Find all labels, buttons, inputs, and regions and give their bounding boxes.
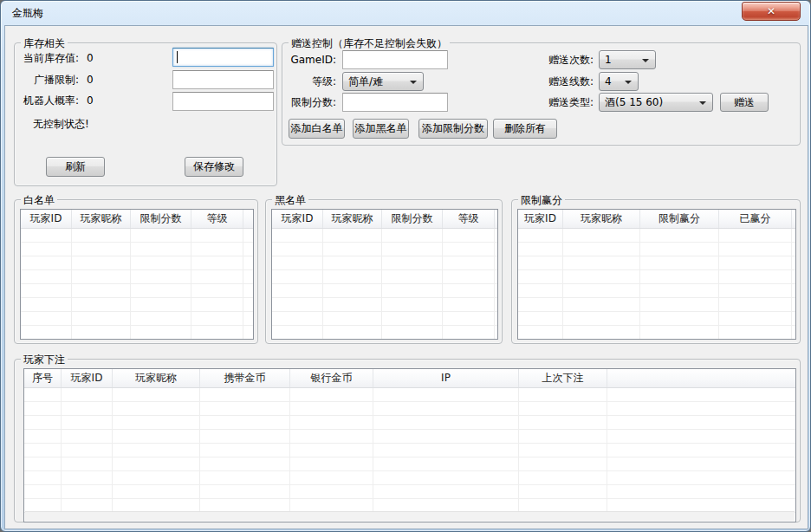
table-cell bbox=[443, 229, 495, 242]
table-cell bbox=[519, 388, 607, 401]
gift-times-select[interactable]: 1 bbox=[599, 50, 656, 69]
table-cell bbox=[200, 444, 290, 457]
column-header[interactable]: 玩家ID bbox=[272, 210, 323, 228]
table-row bbox=[518, 270, 795, 284]
table-cell bbox=[290, 485, 373, 498]
table-cell bbox=[113, 499, 200, 512]
table-cell bbox=[272, 270, 323, 283]
column-header-filler bbox=[243, 210, 253, 228]
table-cell bbox=[62, 457, 113, 470]
blacklist-group-title: 黑名单 bbox=[272, 193, 308, 207]
column-header[interactable]: 等级 bbox=[443, 210, 495, 228]
table-cell bbox=[62, 444, 113, 457]
column-header[interactable]: 银行金币 bbox=[290, 369, 373, 387]
table-cell bbox=[113, 457, 200, 470]
limit-win-group-title: 限制赢分 bbox=[518, 193, 565, 207]
robot-probability-value: 0 bbox=[87, 94, 94, 107]
table-row bbox=[24, 471, 795, 485]
table-cell bbox=[191, 270, 243, 283]
table-cell bbox=[563, 312, 640, 325]
table-row bbox=[24, 430, 795, 444]
app-window: 金瓶梅 ✕ 库存相关 当前库存值: 0 广播限制: 0 机器人概率: 0 无控制… bbox=[0, 0, 811, 532]
table-cell bbox=[640, 284, 719, 297]
table-cell bbox=[113, 388, 200, 401]
table-cell bbox=[21, 270, 72, 283]
current-stock-input[interactable] bbox=[172, 48, 274, 67]
column-header[interactable]: 限制分数 bbox=[131, 210, 191, 228]
table-cell bbox=[563, 229, 640, 242]
column-header[interactable]: 已赢分 bbox=[719, 210, 792, 228]
blacklist-table: 玩家ID玩家昵称限制分数等级 bbox=[271, 209, 498, 340]
table-cell bbox=[24, 402, 62, 415]
save-changes-button[interactable]: 保存修改 bbox=[185, 157, 243, 177]
column-header[interactable]: 等级 bbox=[191, 210, 243, 228]
level-label: 等级: bbox=[289, 75, 336, 88]
table-cell bbox=[323, 229, 382, 242]
table-row bbox=[21, 326, 253, 340]
close-button[interactable]: ✕ bbox=[742, 2, 801, 21]
text-caret bbox=[177, 51, 178, 63]
add-limit-score-button[interactable]: 添加限制分数 bbox=[418, 119, 488, 139]
gift-lines-label: 赠送线数: bbox=[521, 75, 594, 88]
column-header[interactable]: 玩家昵称 bbox=[323, 210, 382, 228]
table-cell bbox=[24, 416, 62, 429]
table-row bbox=[518, 284, 795, 298]
table-row bbox=[21, 270, 253, 284]
table-cell bbox=[191, 284, 243, 297]
add-whitelist-button[interactable]: 添加白名单 bbox=[289, 119, 345, 139]
column-header[interactable]: 玩家ID bbox=[21, 210, 72, 228]
add-blacklist-button[interactable]: 添加黑名单 bbox=[353, 119, 409, 139]
table-cell bbox=[323, 312, 382, 325]
column-header[interactable]: 玩家昵称 bbox=[563, 210, 640, 228]
table-cell bbox=[518, 312, 563, 325]
column-header[interactable]: 限制赢分 bbox=[640, 210, 719, 228]
column-header[interactable]: 携带金币 bbox=[200, 369, 290, 387]
table-cell bbox=[272, 284, 323, 297]
column-header[interactable]: 限制分数 bbox=[382, 210, 443, 228]
column-header[interactable]: 玩家ID bbox=[62, 369, 113, 387]
table-row bbox=[21, 284, 253, 298]
level-select[interactable]: 简单/难 bbox=[342, 72, 424, 91]
table-cell bbox=[382, 298, 443, 311]
player-bets-table: 序号玩家ID玩家昵称携带金币银行金币IP上次下注 bbox=[23, 368, 796, 522]
send-gift-button[interactable]: 赠送 bbox=[720, 93, 769, 112]
table-cell bbox=[290, 430, 373, 443]
column-header[interactable]: 上次下注 bbox=[519, 369, 607, 387]
table-cell bbox=[272, 256, 323, 269]
client-area: 库存相关 当前库存值: 0 广播限制: 0 机器人概率: 0 无控制状态! 刷新… bbox=[4, 25, 808, 529]
table-header: 玩家ID玩家昵称限制分数等级 bbox=[272, 210, 497, 229]
table-cell bbox=[24, 444, 62, 457]
table-cell bbox=[21, 312, 72, 325]
broadcast-limit-input[interactable] bbox=[172, 70, 274, 89]
title-bar[interactable]: 金瓶梅 ✕ bbox=[1, 1, 810, 25]
table-cell bbox=[21, 243, 72, 256]
gift-type-label: 赠送类型: bbox=[521, 95, 594, 109]
table-cell bbox=[719, 298, 792, 311]
limit-score-input[interactable] bbox=[342, 93, 448, 112]
table-cell bbox=[519, 402, 607, 415]
gift-lines-select[interactable]: 4 bbox=[599, 72, 639, 91]
table-cell bbox=[290, 388, 373, 401]
table-cell bbox=[113, 485, 200, 498]
robot-probability-input[interactable] bbox=[172, 92, 274, 111]
column-header[interactable]: 玩家昵称 bbox=[72, 210, 131, 228]
horizontal-scrollbar[interactable] bbox=[25, 511, 795, 521]
table-cell bbox=[62, 499, 113, 512]
table-cell bbox=[272, 298, 323, 311]
game-id-input[interactable] bbox=[342, 50, 448, 69]
column-header[interactable]: 玩家ID bbox=[518, 210, 563, 228]
column-header[interactable]: IP bbox=[373, 369, 519, 387]
table-cell bbox=[131, 229, 191, 242]
gift-type-select[interactable]: 酒(5 15 60) bbox=[599, 93, 713, 112]
table-cell bbox=[373, 499, 519, 512]
delete-all-button[interactable]: 删除所有 bbox=[493, 119, 557, 139]
player-bets-group: 玩家下注 序号玩家ID玩家昵称携带金币银行金币IP上次下注 bbox=[14, 359, 801, 522]
column-header[interactable]: 序号 bbox=[24, 369, 62, 387]
table-cell bbox=[200, 388, 290, 401]
gift-control-group: 赠送控制（库存不足控制会失败） GameID: 等级: 简单/难 限制分数: 赠… bbox=[282, 42, 801, 146]
table-cell bbox=[382, 270, 443, 283]
table-row bbox=[272, 298, 497, 312]
column-header[interactable]: 玩家昵称 bbox=[113, 369, 200, 387]
table-cell bbox=[323, 243, 382, 256]
refresh-button[interactable]: 刷新 bbox=[46, 157, 105, 177]
